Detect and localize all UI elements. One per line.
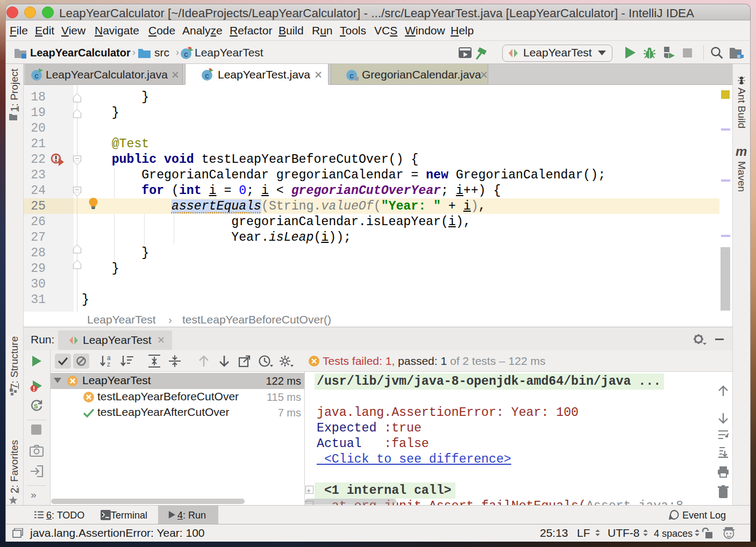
svg-text:c: c xyxy=(184,49,188,59)
svg-text:c: c xyxy=(350,71,354,80)
svg-text:c: c xyxy=(34,71,39,80)
svg-text:S: S xyxy=(34,403,38,409)
svg-text:z: z xyxy=(107,361,110,368)
svg-text:c: c xyxy=(205,71,209,80)
